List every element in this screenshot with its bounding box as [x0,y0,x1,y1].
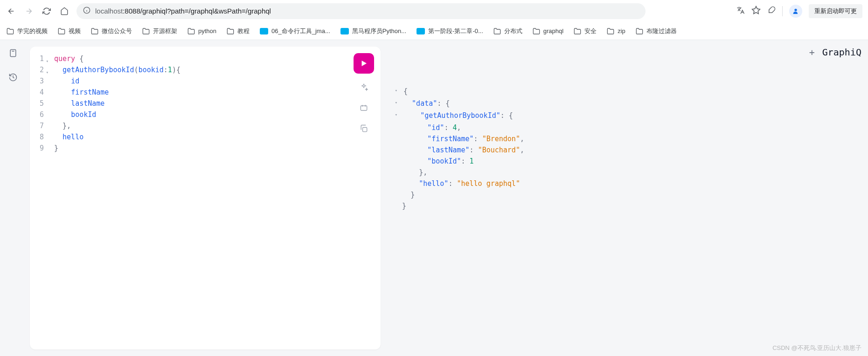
bookmark-label: python [198,27,216,34]
line-number: 3 [30,75,44,87]
bookmark-item[interactable]: 安全 [574,27,597,35]
bookmark-label: 视频 [69,27,81,35]
bookmark-label: 第一阶段-第二章-0... [428,27,483,35]
svg-marker-7 [362,61,367,66]
right-header: + GraphiQ [809,47,861,58]
bilibili-icon [417,28,425,34]
bilibili-icon [340,28,349,34]
history-icon[interactable] [8,73,18,84]
bookmark-label: 黑马程序员Python... [352,27,406,35]
translate-icon[interactable] [736,6,745,16]
bookmark-item[interactable]: 学完的视频 [7,27,48,35]
bookmarks-bar: 学完的视频 视频 微信公众号 开源框架 python 教程 06_命令行工具_j… [0,22,868,40]
line-number: 7 [30,120,44,131]
home-button[interactable] [59,6,70,17]
star-icon[interactable] [751,6,761,17]
code-editor[interactable]: query { getAuthorBybookId(bookid:1){ id … [48,47,381,349]
copy-icon[interactable] [359,124,368,135]
query-editor-panel: 1 2 3 4 5 6 7 8 9 query { getAuthorByboo… [30,47,381,349]
svg-rect-8 [361,106,367,110]
bookmark-label: 开源框架 [153,27,177,35]
forward-button[interactable] [23,6,35,17]
bookmark-item[interactable]: zip [607,27,625,35]
line-number: 9 [30,143,44,154]
bookmark-label: 微信公众号 [102,27,132,35]
line-number: 5 [30,98,44,109]
line-number: 1 [30,53,44,64]
bookmark-item[interactable]: graphql [533,27,563,35]
back-button[interactable] [6,6,17,17]
bookmark-label: 06_命令行工具_jma... [271,27,330,35]
bilibili-icon [260,28,268,34]
main-area: 1 2 3 4 5 6 7 8 9 query { getAuthorByboo… [0,40,868,356]
separator [782,6,783,16]
bookmark-item[interactable]: 开源框架 [142,27,177,35]
address-bar[interactable]: localhost:8088/graphiql?path=/graphql&ws… [76,3,646,19]
update-button[interactable]: 重新启动即可更 [809,4,862,18]
bookmark-item[interactable]: 微信公众号 [91,27,132,35]
site-info-icon[interactable] [83,7,90,16]
svg-rect-5 [10,50,16,57]
bookmark-label: 分布式 [504,27,522,35]
profile-icon[interactable] [789,5,802,18]
svg-rect-11 [363,128,367,132]
line-number: 8 [30,131,44,143]
bookmark-item[interactable]: 黑马程序员Python... [340,27,406,35]
url-text: localhost:8088/graphiql?path=/graphql&ws… [95,7,271,15]
bookmark-label: 学完的视频 [17,27,48,35]
bookmark-label: 安全 [584,27,597,35]
bookmark-item[interactable]: python [187,27,216,35]
add-tab-icon[interactable]: + [809,47,815,58]
extensions-icon[interactable] [767,6,776,16]
bookmark-label: 布隆过滤器 [646,27,677,35]
bookmark-item[interactable]: 教程 [227,27,250,35]
execute-button[interactable] [354,53,374,74]
editor-actions [354,53,374,135]
line-number: 6 [30,109,44,120]
svg-marker-3 [752,6,760,14]
bookmark-item[interactable]: 第一阶段-第二章-0... [417,27,483,35]
merge-icon[interactable] [359,103,368,115]
line-gutter: 1 2 3 4 5 6 7 8 9 [30,47,48,349]
line-number: 4 [30,87,44,98]
bookmark-label: zip [618,27,625,34]
watermark: CSDN @不死鸟.亚历山大.狼崽子 [772,344,861,352]
bookmark-item[interactable]: 布隆过滤器 [636,27,677,35]
svg-point-4 [794,8,797,11]
bookmark-item[interactable]: 06_命令行工具_jma... [260,27,330,35]
bookmark-item[interactable]: 分布式 [493,27,522,35]
reload-button[interactable] [41,6,52,17]
logo-text: GraphiQ [822,47,861,58]
bookmark-label: 教程 [237,27,250,35]
prettify-icon[interactable] [359,83,368,94]
bookmark-item[interactable]: 视频 [58,27,81,35]
docs-icon[interactable] [8,48,18,60]
response-panel: + GraphiQ ▸ { ▸ "data": { ▸ "getAuthorBy… [384,40,868,356]
browser-toolbar: localhost:8088/graphiql?path=/graphql&ws… [0,0,868,22]
line-number: 2 [30,64,44,75]
bookmark-label: graphql [543,27,563,34]
left-sidebar [0,40,26,356]
